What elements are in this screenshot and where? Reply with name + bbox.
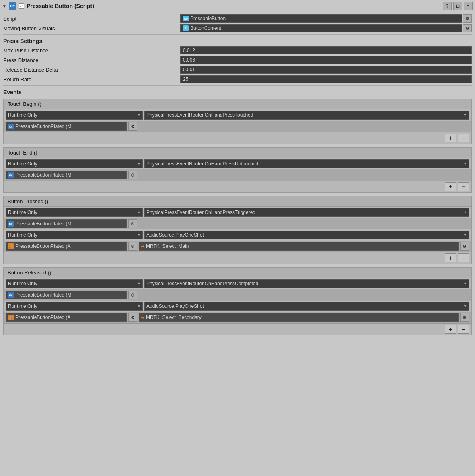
button-pressed-handler-select-1[interactable]: PhysicalPressEventRouter.OnHandPressTrig… — [144, 208, 469, 217]
button-released-pm-row: + − — [4, 323, 471, 335]
script-value-text: PressableButton — [190, 16, 226, 21]
touch-end-handler-arrow: ▼ — [463, 162, 467, 166]
button-released-object-field-2: 🔊 PressableButtonPlated (A — [6, 313, 127, 322]
button-pressed-object-field-2: 🔊 PressableButtonPlated (A — [6, 242, 127, 251]
touch-begin-plus-button[interactable]: + — [445, 134, 456, 142]
touch-end-runtime-arrow: ▼ — [137, 162, 141, 166]
press-distance-row: Press Distance 0.006 — [3, 56, 472, 64]
moving-visuals-row: Moving Button Visuals ✦ ButtonContent ⚙ — [3, 24, 472, 33]
button-pressed-object-label-1: PressableButtonPlated (M — [15, 221, 71, 227]
script-value: C# PressableButton — [180, 14, 462, 23]
help-icon-button[interactable]: ? — [443, 2, 452, 10]
moving-visuals-label: Moving Button Visuals — [3, 25, 180, 31]
moving-visuals-text: ButtonContent — [190, 25, 221, 31]
touch-begin-object-gear[interactable]: ⚙ — [128, 122, 137, 131]
properties-grid: Script C# PressableButton ⚙ Moving Butto… — [0, 12, 475, 99]
divider-2 — [3, 85, 472, 86]
button-released-object-field-1: C# PressableButtonPlated (M — [6, 291, 127, 299]
menu-icon-button[interactable]: ≡ — [464, 2, 473, 10]
button-pressed-audio-gear[interactable]: ⚙ — [460, 242, 469, 251]
button-pressed-minus-button[interactable]: − — [458, 253, 469, 262]
component-header: ▼ C# ✓ Pressable Button (Script) ? ⊞ ≡ — [0, 0, 475, 12]
touch-end-group: Touch End () Runtime Only ▼ PhysicalPres… — [3, 147, 472, 193]
button-released-handler-arrow-2: ▼ — [463, 304, 467, 308]
button-pressed-runtime-select-2[interactable]: Runtime Only ▼ — [6, 231, 143, 239]
button-pressed-header: Button Pressed () — [4, 196, 471, 207]
touch-begin-handler-arrow: ▼ — [463, 113, 467, 117]
audio-arrow-icon: ➡ — [141, 244, 144, 249]
touch-begin-minus-button[interactable]: − — [458, 134, 469, 142]
touch-end-runtime-select[interactable]: Runtime Only ▼ — [6, 159, 143, 168]
button-released-audio-icon-2: 🔊 — [8, 315, 14, 320]
button-released-audio-gear[interactable]: ⚙ — [460, 313, 469, 322]
button-pressed-group: Button Pressed () Runtime Only ▼ Physica… — [3, 196, 472, 264]
cs-icon: C# — [9, 2, 16, 10]
touch-begin-runtime-select[interactable]: Runtime Only ▼ — [6, 111, 143, 120]
button-released-handler-select-2[interactable]: AudioSource.PlayOneShot ▼ — [144, 302, 469, 311]
events-heading: Events — [3, 89, 472, 95]
touch-begin-handler-select[interactable]: PhysicalPressEventRouter.OnHandPressTouc… — [144, 111, 469, 120]
button-released-object-label-2: PressableButtonPlated (A — [15, 315, 70, 320]
return-rate-row: Return Rate 25 — [3, 75, 472, 84]
touch-end-cs-icon: C# — [8, 172, 14, 178]
component-title: Pressable Button (Script) — [27, 3, 440, 9]
button-pressed-runtime-arrow-2: ▼ — [137, 233, 141, 237]
touch-begin-cs-icon: C# — [8, 124, 14, 129]
button-released-plus-button[interactable]: + — [445, 325, 456, 334]
button-pressed-runtime-select-1[interactable]: Runtime Only ▼ — [6, 208, 143, 217]
return-rate-value[interactable]: 25 — [180, 75, 472, 83]
max-push-distance-value[interactable]: 0.012 — [180, 46, 472, 54]
button-pressed-handler-arrow-1: ▼ — [463, 210, 467, 214]
button-released-audio-label: MRTK_Select_Secondary — [146, 315, 202, 320]
button-released-object-row-1: C# PressableButtonPlated (M ⚙ — [4, 289, 471, 301]
button-released-minus-button[interactable]: − — [458, 325, 469, 334]
touch-begin-header: Touch Begin () — [4, 99, 471, 109]
button-pressed-object-row-2: 🔊 PressableButtonPlated (A ⚙ ➡ MRTK_Sele… — [4, 241, 471, 252]
max-push-distance-label: Max Push Distance — [3, 47, 180, 54]
script-row: Script C# PressableButton ⚙ — [3, 14, 472, 23]
script-label: Script — [3, 16, 180, 22]
touch-end-object-gear[interactable]: ⚙ — [128, 171, 137, 179]
touch-end-object-field: C# PressableButtonPlated (M — [6, 171, 127, 179]
touch-begin-runtime-arrow: ▼ — [137, 113, 141, 117]
button-released-object-gear-2[interactable]: ⚙ — [128, 313, 137, 322]
button-released-audio-field: ➡ MRTK_Select_Secondary — [139, 313, 459, 322]
button-pressed-object-label-2: PressableButtonPlated (A — [15, 243, 70, 249]
button-pressed-plus-button[interactable]: + — [445, 253, 456, 262]
touch-begin-pm-row: + − — [4, 132, 471, 144]
button-pressed-pm-row: + − — [4, 252, 471, 264]
events-section: Touch Begin () Runtime Only ▼ PhysicalPr… — [0, 99, 475, 335]
touch-end-minus-button[interactable]: − — [458, 182, 469, 191]
button-released-runtime-select-2[interactable]: Runtime Only ▼ — [6, 302, 143, 311]
release-distance-delta-value[interactable]: 0.001 — [180, 66, 472, 74]
button-released-runtime-select-1[interactable]: Runtime Only ▼ — [6, 279, 143, 288]
press-distance-value[interactable]: 0.006 — [180, 56, 472, 64]
button-pressed-object-gear-1[interactable]: ⚙ — [128, 219, 137, 228]
touch-begin-object-row: C# PressableButtonPlated (M ⚙ — [4, 121, 471, 132]
touch-end-plus-button[interactable]: + — [445, 182, 456, 191]
touch-begin-handler-row: Runtime Only ▼ PhysicalPressEventRouter.… — [4, 109, 471, 121]
button-released-handler-select-1[interactable]: PhysicalPressEventRouter.OnHandPressComp… — [144, 279, 469, 288]
button-pressed-audio-field: ➡ MRTK_Select_Main — [139, 242, 459, 251]
button-released-runtime-arrow-2: ▼ — [137, 304, 141, 308]
touch-end-object-label: PressableButtonPlated (M — [15, 172, 71, 178]
touch-end-pm-row: + − — [4, 181, 471, 192]
touch-end-header: Touch End () — [4, 148, 471, 158]
return-rate-label: Return Rate — [3, 76, 180, 82]
divider-1 — [3, 34, 472, 35]
release-distance-delta-row: Release Distance Delta 0.001 — [3, 65, 472, 74]
button-pressed-object-gear-2[interactable]: ⚙ — [128, 242, 137, 251]
layout-icon-button[interactable]: ⊞ — [453, 2, 462, 10]
button-released-object-gear-1[interactable]: ⚙ — [128, 291, 137, 299]
release-distance-delta-label: Release Distance Delta — [3, 67, 180, 73]
button-pressed-object-field-1: C# PressableButtonPlated (M — [6, 219, 127, 228]
script-gear-button[interactable]: ⚙ — [463, 14, 472, 23]
button-pressed-audio-label: MRTK_Select_Main — [146, 243, 189, 249]
button-pressed-handler-select-2[interactable]: AudioSource.PlayOneShot ▼ — [144, 231, 469, 239]
touch-end-handler-select[interactable]: PhysicalPressEventRouter.OnHandPressUnto… — [144, 159, 469, 168]
moving-visuals-gear-button[interactable]: ⚙ — [463, 24, 472, 32]
collapse-arrow-icon[interactable]: ▼ — [2, 4, 6, 8]
touch-begin-object-field: C# PressableButtonPlated (M — [6, 122, 127, 131]
enabled-checkbox[interactable]: ✓ — [19, 3, 24, 9]
moving-visuals-icon: ✦ — [183, 25, 189, 31]
